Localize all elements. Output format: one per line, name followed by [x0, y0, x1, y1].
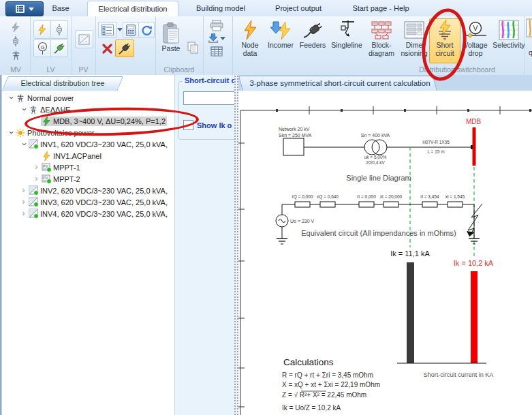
node-data-button[interactable]: Node data — [234, 18, 266, 63]
copy-icon — [187, 42, 199, 54]
svg-text:V: V — [473, 24, 478, 32]
list-options-button[interactable] — [98, 22, 117, 38]
tree-item-inv1[interactable]: › INV1, 620 VDC/3~230 VAC, 25,0 kVA, — [19, 138, 174, 150]
lv-lightning-button[interactable] — [33, 20, 51, 39]
electrical-distribution-tree-panel: Electrical distribution tree › Normal po… — [2, 75, 175, 415]
expander-icon[interactable]: › — [19, 209, 28, 218]
svg-text:PV: PV — [43, 176, 48, 180]
tab-building-model[interactable]: Building model — [188, 0, 253, 16]
show-ik-checkbox-label: Show Ik o — [197, 121, 232, 129]
selectivity-button[interactable]: Selectivity — [491, 18, 527, 63]
tree-item-inv2[interactable]: › INV2, 620 VDC/3~230 VAC, 25,0 kVA, — [19, 185, 174, 196]
voltage-drop-label-1: Voltage — [463, 41, 487, 49]
export-button[interactable] — [207, 31, 226, 45]
tree-item-inv3[interactable]: › INV3, 620 VDC/3~230 VAC, 25,0 kVA, — [19, 196, 174, 208]
list-options-caret-icon[interactable] — [117, 28, 123, 31]
table-view-button[interactable] — [207, 44, 226, 58]
group-label-lv: LV — [30, 65, 72, 74]
expander-icon[interactable]: › — [19, 198, 28, 206]
voltage-drop-button[interactable]: V Voltage drop — [459, 18, 492, 63]
tree-item-mppt-1[interactable]: › PV MPPT-1 — [32, 162, 174, 173]
print-button[interactable] — [207, 18, 226, 32]
expander-icon[interactable]: › — [6, 93, 15, 102]
copy-button[interactable] — [184, 40, 202, 56]
pv-panel-icon — [78, 34, 90, 45]
delete-button[interactable] — [98, 40, 116, 57]
application-window: Base Electrical distribution Building mo… — [0, 0, 532, 415]
tree-item-inv4[interactable]: › INV4, 620 VDC/3~230 VAC, 25,0 kVA, — [19, 208, 174, 219]
svg-text:rQ = 0,000: rQ = 0,000 — [292, 194, 313, 200]
lv-generator-button[interactable]: G — [33, 39, 51, 57]
mv-pylon-button[interactable] — [7, 48, 25, 63]
lv-node-button[interactable] — [50, 20, 68, 39]
tree-item-mppt-2[interactable]: › PV MPPT-2 — [32, 173, 174, 185]
incomer-button[interactable]: Incomer — [264, 18, 297, 63]
tree-item-mdb[interactable]: MDB, 3~400 V, ΔU=0,24%, P=1,2 — [32, 115, 174, 127]
tab-project-output[interactable]: Project output — [264, 0, 332, 16]
block-diagram-button[interactable]: Block- diagram — [364, 18, 398, 63]
connect-plug-button[interactable] — [115, 40, 134, 57]
pylon-icon — [15, 93, 26, 103]
ik-black-label: Ik = 11,1 kA — [390, 249, 430, 258]
busbar-name-label: MDB — [466, 118, 482, 125]
tab-base[interactable]: Base — [40, 0, 82, 16]
tree-item-label: INV1, 620 VDC/3~230 VAC, 25,0 kVA, — [39, 140, 169, 149]
group-label-pv: PV — [72, 65, 95, 74]
tree-item-deddhe[interactable]: › ΔΕΔΔΗΕ — [19, 104, 174, 115]
measurement-dashed-lines — [410, 147, 474, 257]
calc-line-ik: Ik = Uo/Z = 10,2 kA — [282, 404, 341, 412]
clipped-right-label: q — [529, 48, 532, 57]
tree-item-label: INV1.ACPanel — [52, 152, 103, 160]
expander-icon[interactable]: › — [19, 140, 28, 149]
paste-icon — [162, 22, 180, 44]
node-data-icon — [242, 20, 257, 40]
short-circuit-button[interactable]: Short circuit — [429, 18, 460, 63]
feeders-label-1: Feeders — [300, 41, 326, 49]
transformer-uk-label: uk = 5,00% — [364, 155, 387, 159]
tree-item-label: INV2, 620 VDC/3~230 VAC, 25,0 kVA, — [39, 187, 169, 195]
refresh-button[interactable] — [138, 22, 155, 38]
clipped-right-icon — [526, 18, 532, 37]
network-label-1: Network 20 kV — [279, 127, 310, 132]
network-label-2: Skn = 250 MVA — [279, 133, 312, 138]
tree-item-normal-power[interactable]: › Normal power — [6, 92, 174, 104]
mv-lightning-icon — [11, 22, 20, 32]
singleline-button[interactable]: Singleline — [329, 18, 364, 63]
tree-item-label: MPPT-2 — [52, 175, 82, 183]
transformer-power-label: Sn = 400 kVA — [361, 133, 390, 138]
dimensioning-label-1: Dime — [406, 41, 423, 49]
expander-icon[interactable]: › — [32, 174, 41, 183]
paste-label: Paste — [162, 44, 181, 52]
show-ik-checkbox[interactable] — [183, 120, 193, 130]
main-panel-tab[interactable]: 3-phase symmetrical short-circuit curren… — [242, 76, 437, 91]
app-menu-button[interactable] — [5, 1, 44, 16]
tree-item-inv1-acpanel[interactable]: INV1.ACPanel — [32, 150, 174, 162]
expander-icon[interactable]: › — [6, 128, 15, 137]
expander-icon[interactable]: › — [19, 186, 28, 195]
tree-item-label: MDB, 3~400 V, ΔU=0,24%, P=1,2 — [52, 117, 167, 125]
tree-item-label: Photovoltaics power — [26, 129, 95, 137]
mv-lightning-button[interactable] — [7, 20, 25, 35]
tree-panel-tab[interactable]: Electrical distribution tree — [5, 76, 121, 91]
expander-icon[interactable]: › — [32, 163, 41, 172]
calculator-button[interactable] — [123, 22, 139, 38]
short-circuit-combo[interactable] — [183, 91, 234, 105]
pv-panel-button[interactable] — [75, 30, 93, 48]
tree-item-label: INV4, 620 VDC/3~230 VAC, 25,0 kVA, — [39, 210, 169, 218]
short-circuit-diagram: Network 20 kV Skn = 250 MVA Sn = 400 kVA… — [238, 91, 532, 415]
ribbon-tab-bar: Base Electrical distribution Building mo… — [0, 0, 532, 17]
feeders-button[interactable]: Feeders — [296, 18, 329, 63]
expander-icon[interactable]: › — [19, 105, 28, 114]
pv-module-icon: PV — [41, 162, 52, 172]
mv-node-button[interactable] — [7, 34, 25, 48]
tab-electrical-distribution[interactable]: Electrical distribution — [87, 1, 178, 17]
drawing-canvas[interactable]: Network 20 kV Skn = 250 MVA Sn = 400 kVA… — [238, 91, 532, 415]
tree-item-photovoltaics-power[interactable]: › Photovoltaics power — [6, 127, 174, 138]
lv-plug-button[interactable] — [50, 39, 68, 57]
paste-button[interactable]: Paste — [158, 19, 184, 56]
dimensioning-button[interactable]: Dime nsioning — [398, 18, 431, 63]
ribbon-group-distribution: Node data Incomer — [232, 16, 525, 75]
tree-item-label: Normal power — [26, 94, 75, 102]
mv-node-icon — [12, 36, 20, 46]
tab-start-page-help[interactable]: Start page - Help — [341, 0, 421, 16]
